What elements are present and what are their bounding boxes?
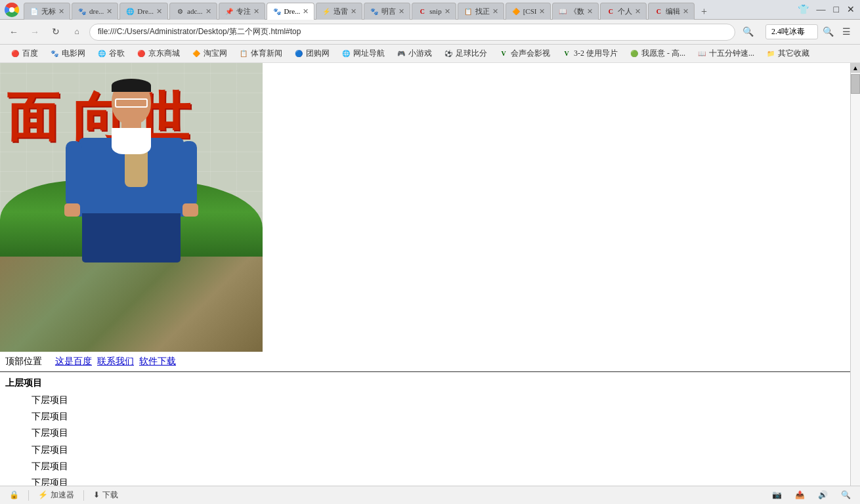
- tab-11-favicon: 🔶: [511, 7, 521, 16]
- extension-area: 👕 — □ ✕: [795, 3, 857, 16]
- menu-button[interactable]: ☰: [838, 24, 855, 41]
- tab-13-label: 个人: [618, 7, 632, 16]
- bookmark-jd[interactable]: 🔴 京东商城: [131, 47, 185, 60]
- search-icon[interactable]: 🔍: [819, 24, 836, 41]
- nav-list-section: 上层项目 下层项目 下层项目 下层项目 下层项目 下层项目 下层项目: [0, 372, 860, 496]
- nav-sub-items: 下层项目 下层项目 下层项目 下层项目 下层项目 下层项目: [32, 392, 855, 491]
- bookmark-15min[interactable]: 📖 十五分钟速...: [692, 47, 760, 60]
- tab-3[interactable]: 🌐 Dre... ✕: [119, 3, 168, 20]
- ext-icon-1[interactable]: 👕: [795, 3, 811, 16]
- tab-4-close[interactable]: ✕: [205, 7, 211, 16]
- tab-9-close[interactable]: ✕: [444, 7, 450, 16]
- bookmark-soccer-icon: ⚽: [444, 49, 453, 58]
- link-contact[interactable]: 联系我们: [97, 356, 134, 368]
- bookmark-32[interactable]: V 3-2 使用导片: [557, 47, 623, 60]
- tab-13-close[interactable]: ✕: [635, 7, 641, 16]
- tab-5[interactable]: 📌 专注 ✕: [219, 3, 265, 20]
- download-label: 下载: [102, 490, 118, 501]
- right-toolbar: 2.4吨冰毒 🔍 ☰: [765, 24, 855, 41]
- tab-7[interactable]: ⚡ 迅雷 ✕: [316, 3, 362, 20]
- tab-14[interactable]: C 编辑 ✕: [648, 3, 695, 20]
- hair: [112, 79, 151, 92]
- tab-10[interactable]: 📋 找正 ✕: [458, 3, 504, 20]
- scroll-thumb[interactable]: [851, 74, 860, 94]
- status-camera[interactable]: 📷: [768, 489, 786, 501]
- tab-12-close[interactable]: ✕: [587, 7, 593, 16]
- tab-8-favicon: 🐾: [370, 7, 379, 16]
- status-accelerator[interactable]: ⚡ 加速器: [34, 488, 78, 502]
- bookmark-sports-label: 体育新闻: [251, 48, 282, 59]
- bookmark-others-label: 其它收藏: [778, 48, 809, 59]
- title-bar: 📄 无标 ✕ 🐾 dre... ✕ 🌐 Dre... ✕ ⚙ adc... ✕: [0, 0, 860, 20]
- bookmark-movie[interactable]: 🐾 电影网: [45, 47, 91, 60]
- bookmark-sports-icon: 📋: [239, 49, 248, 58]
- bookmark-sports[interactable]: 📋 体育新闻: [234, 47, 288, 60]
- bookmark-baidu[interactable]: 🔴 百度: [5, 47, 43, 60]
- bookmark-others[interactable]: 📁 其它收藏: [761, 47, 815, 60]
- new-tab-button[interactable]: +: [696, 4, 712, 20]
- tab-11[interactable]: 🔶 [CSI ✕: [505, 3, 551, 20]
- tab-7-close[interactable]: ✕: [351, 7, 356, 16]
- tab-14-close[interactable]: ✕: [683, 7, 689, 16]
- nav-top-item: 上层项目: [5, 377, 855, 389]
- forward-button[interactable]: →: [26, 24, 43, 41]
- tab-6[interactable]: 🐾 Dre... ✕: [267, 3, 315, 20]
- bookmark-huisheng[interactable]: V 会声会影视: [494, 47, 555, 60]
- person: [72, 79, 190, 262]
- address-search-button[interactable]: 🔍: [739, 24, 756, 41]
- status-volume[interactable]: 🔊: [814, 489, 832, 501]
- bookmark-huisheng-label: 会声会影视: [511, 48, 550, 59]
- bookmark-32-label: 3-2 使用导片: [574, 48, 618, 59]
- page-content: 面 向 世: [0, 63, 860, 504]
- address-bar-row: ← → ↻ ⌂ 🔍 2.4吨冰毒 🔍 ☰: [0, 20, 860, 45]
- link-download[interactable]: 软件下载: [139, 356, 176, 368]
- tab-8[interactable]: 🐾 明言 ✕: [364, 3, 410, 20]
- status-lock-icon: 🔒: [5, 489, 23, 501]
- refresh-button[interactable]: ↻: [47, 24, 64, 41]
- home-button[interactable]: ⌂: [68, 24, 85, 41]
- search-box[interactable]: 2.4吨冰毒: [765, 24, 818, 39]
- back-button[interactable]: ←: [5, 24, 22, 41]
- tab-2[interactable]: 🐾 dre... ✕: [72, 3, 118, 20]
- status-zoom[interactable]: 🔍: [837, 489, 855, 501]
- bookmark-games[interactable]: 🎮 小游戏: [391, 47, 437, 60]
- status-share[interactable]: 📤: [791, 489, 809, 501]
- tab-5-close[interactable]: ✕: [253, 7, 259, 16]
- nav-sub-item-2: 下层项目: [32, 408, 855, 425]
- bookmark-baidu-label: 百度: [22, 48, 38, 59]
- bookmark-taobao[interactable]: 🔶 淘宝网: [186, 47, 232, 60]
- ext-icon-4[interactable]: ✕: [844, 3, 857, 16]
- tab-12[interactable]: 📖 《数 ✕: [552, 3, 599, 20]
- tab-13[interactable]: C 个人 ✕: [600, 3, 647, 20]
- ext-icon-3[interactable]: □: [831, 3, 842, 16]
- tab-8-close[interactable]: ✕: [398, 7, 404, 16]
- bookmark-google[interactable]: 🌐 谷歌: [92, 47, 130, 60]
- accelerator-label: 加速器: [51, 490, 74, 501]
- scroll-up-button[interactable]: ▲: [851, 63, 860, 73]
- bookmark-jd-icon: 🔴: [137, 49, 146, 58]
- bookmark-nav[interactable]: 🌐 网址导航: [336, 47, 390, 60]
- tab-11-close[interactable]: ✕: [539, 7, 545, 16]
- scrollbar[interactable]: ▲: [850, 63, 860, 503]
- tab-9[interactable]: C snip ✕: [412, 3, 456, 20]
- status-sep-2: [83, 490, 84, 501]
- tab-2-close[interactable]: ✕: [106, 7, 112, 16]
- ext-icon-2[interactable]: —: [814, 3, 828, 16]
- tab-6-close[interactable]: ✕: [303, 7, 309, 16]
- tab-7-favicon: ⚡: [322, 7, 331, 16]
- tab-10-close[interactable]: ✕: [492, 7, 498, 16]
- address-input[interactable]: [89, 24, 735, 41]
- status-download[interactable]: ⬇ 下载: [89, 488, 122, 502]
- tab-4[interactable]: ⚙ adc... ✕: [169, 3, 217, 20]
- bookmark-wish[interactable]: 🟢 我愿意 - 高...: [624, 47, 691, 60]
- bookmark-soccer[interactable]: ⚽ 足球比分: [439, 47, 492, 60]
- footer-links: 这是百度 联系我们 软件下载: [55, 356, 176, 368]
- bookmark-groupbuy[interactable]: 🔵 团购网: [289, 47, 335, 60]
- link-baidu[interactable]: 这是百度: [55, 356, 92, 368]
- tab-1-close[interactable]: ✕: [58, 7, 64, 16]
- tab-3-close[interactable]: ✕: [156, 7, 162, 16]
- tab-1[interactable]: 📄 无标 ✕: [24, 3, 70, 20]
- tab-2-label: dre...: [89, 7, 104, 15]
- camera-icon: 📷: [772, 490, 782, 500]
- bookmark-others-icon: 📁: [766, 49, 775, 58]
